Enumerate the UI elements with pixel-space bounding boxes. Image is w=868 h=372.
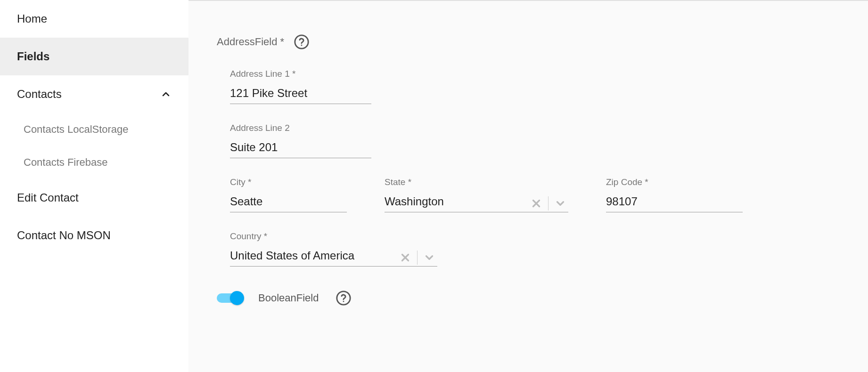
chevron-up-icon [160, 89, 172, 100]
field-address-line2: Address Line 2 [230, 123, 371, 158]
clear-icon[interactable] [399, 251, 411, 264]
sidebar-item-home[interactable]: Home [0, 0, 188, 38]
select-divider [417, 251, 418, 265]
sidebar-item-label: Contacts [17, 88, 62, 101]
sidebar-item-contacts-firebase[interactable]: Contacts Firebase [0, 146, 188, 179]
sidebar-item-fields[interactable]: Fields [0, 38, 188, 75]
address-form: Address Line 1 * Address Line 2 City * S… [217, 69, 840, 267]
field-label: Address Line 1 * [230, 69, 371, 79]
address-section-title: AddressField * [217, 36, 284, 48]
row-address-line1: Address Line 1 * [230, 69, 840, 104]
app-root: Home Fields Contacts Contacts LocalStora… [0, 0, 868, 372]
select-divider [548, 196, 549, 210]
address-line2-input[interactable] [230, 138, 371, 158]
switch-thumb [230, 291, 244, 305]
help-icon[interactable] [336, 290, 352, 306]
sidebar-item-label: Fields [17, 50, 49, 63]
field-state: State * [385, 177, 568, 212]
row-country: Country * [230, 231, 840, 267]
field-label: Country * [230, 231, 437, 242]
field-city: City * [230, 177, 347, 212]
sidebar-item-contacts-localstorage[interactable]: Contacts LocalStorage [0, 113, 188, 146]
svg-point-6 [337, 291, 350, 305]
field-label: Address Line 2 [230, 123, 371, 133]
field-label: State * [385, 177, 568, 187]
boolean-field-label: BooleanField [258, 292, 319, 304]
sidebar-item-label: Contacts LocalStorage [24, 123, 129, 135]
state-select-controls [530, 196, 568, 210]
row-address-line2: Address Line 2 [230, 123, 840, 158]
sidebar-item-label: Contact No MSON [17, 229, 111, 242]
city-input[interactable] [230, 192, 347, 212]
field-label: Zip Code * [606, 177, 743, 187]
sidebar-item-label: Edit Contact [17, 191, 79, 204]
sidebar: Home Fields Contacts Contacts LocalStora… [0, 0, 188, 372]
field-label: City * [230, 177, 347, 187]
field-address-line1: Address Line 1 * [230, 69, 371, 104]
sidebar-item-contacts[interactable]: Contacts [0, 75, 188, 113]
row-city-state-zip: City * State * [230, 177, 840, 212]
boolean-switch[interactable] [217, 293, 241, 303]
address-line1-input[interactable] [230, 84, 371, 104]
svg-point-0 [295, 35, 308, 49]
chevron-down-icon[interactable] [423, 251, 435, 264]
address-section-header: AddressField * [217, 34, 840, 50]
field-country: Country * [230, 231, 437, 267]
sidebar-item-label: Contacts Firebase [24, 156, 108, 168]
zip-input[interactable] [606, 192, 743, 212]
clear-icon[interactable] [530, 197, 542, 210]
country-select-controls [399, 251, 437, 265]
help-icon[interactable] [294, 34, 310, 50]
main-content: AddressField * Address Line 1 * Address … [188, 0, 868, 372]
sidebar-item-contact-no-mson[interactable]: Contact No MSON [0, 217, 188, 254]
sidebar-item-label: Home [17, 12, 47, 25]
boolean-field-row: BooleanField [217, 290, 840, 306]
chevron-down-icon[interactable] [554, 197, 566, 210]
field-zip: Zip Code * [606, 177, 743, 212]
sidebar-item-edit-contact[interactable]: Edit Contact [0, 179, 188, 217]
